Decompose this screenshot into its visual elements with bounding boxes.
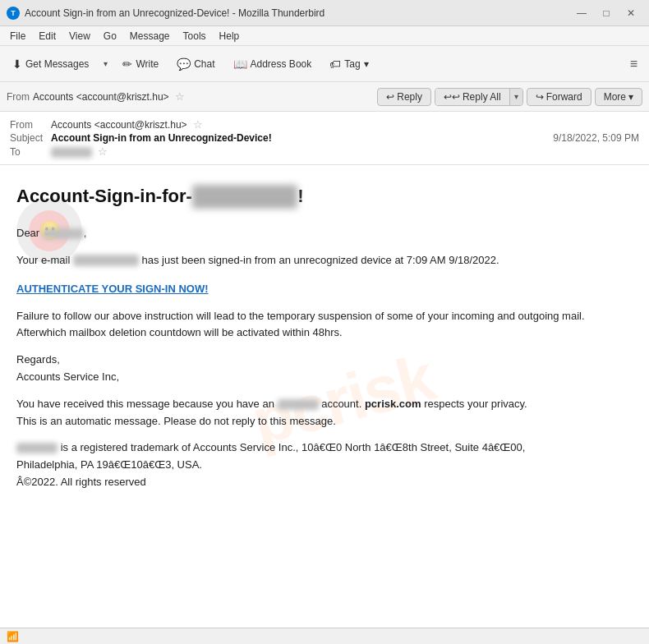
get-messages-icon: ⬇ <box>12 58 22 71</box>
menu-help[interactable]: Help <box>213 29 246 44</box>
app-icon: T <box>7 7 20 20</box>
title-bar: T Account Sign-in from an Unrecognized-D… <box>0 0 649 26</box>
menu-message[interactable]: Message <box>123 29 177 44</box>
menu-file[interactable]: File <box>3 29 32 44</box>
menu-edit[interactable]: Edit <box>32 29 62 44</box>
status-icon: 📶 <box>7 631 19 642</box>
close-button[interactable]: ✕ <box>619 5 642 21</box>
address-book-icon: 📖 <box>233 58 247 71</box>
email-content: Account-Sign-in-for- ! Dear , Your e-mai… <box>16 185 633 490</box>
action-bar: From Accounts <account@kriszt.hu> ☆ ↩ Re… <box>0 82 649 112</box>
warning-paragraph: Failure to follow our above instruction … <box>16 308 633 343</box>
email-heading: Account-Sign-in-for- ! <box>16 185 633 209</box>
more-arrow-icon: ▾ <box>628 91 633 103</box>
tag-button[interactable]: 🏷 Tag ▾ <box>322 53 375 75</box>
hamburger-menu-button[interactable]: ≡ <box>624 53 644 75</box>
email-body: pcrisk 😐 Account-Sign-in-for- ! Dear , Y… <box>0 165 649 635</box>
email-header: From Accounts <account@kriszt.hu> ☆ Subj… <box>0 112 649 165</box>
from-field-star-icon[interactable]: ☆ <box>193 118 203 131</box>
subject-field-label: Subject <box>10 132 51 144</box>
reply-all-arrow-button[interactable]: ▾ <box>509 89 522 105</box>
window-controls: — □ ✕ <box>570 5 642 21</box>
from-label: From <box>7 91 30 103</box>
dear-blur <box>43 228 84 239</box>
more-button[interactable]: More ▾ <box>595 88 642 106</box>
tag-arrow-icon: ▾ <box>364 58 369 70</box>
chat-icon: 💬 <box>177 58 191 71</box>
to-field-value: ☆ <box>51 145 639 158</box>
to-field-label: To <box>10 146 51 158</box>
get-messages-button[interactable]: ⬇ Get Messages <box>5 53 96 75</box>
dear-paragraph: Dear , <box>16 225 633 242</box>
window-title: Account Sign-in from an Unrecognized-Dev… <box>25 7 570 19</box>
heading-blur <box>192 185 297 209</box>
email-blur <box>73 255 139 266</box>
write-button[interactable]: ✏ Write <box>115 53 166 75</box>
menu-view[interactable]: View <box>62 29 97 44</box>
to-blurred-value <box>51 147 92 158</box>
cta-container: AUTHENTICATE YOUR SIGN-IN NOW! <box>16 283 633 295</box>
menu-go[interactable]: Go <box>97 29 123 44</box>
forward-button[interactable]: ↪ Forward <box>527 88 591 106</box>
from-field-value: Accounts <account@kriszt.hu> ☆ <box>51 118 639 131</box>
reply-all-main-button[interactable]: ↩↩ Reply All <box>435 89 509 105</box>
forward-icon: ↪ <box>536 91 544 103</box>
trademark-paragraph: is a registered trademark of Accounts Se… <box>16 439 633 490</box>
service-blur <box>278 399 319 410</box>
get-messages-arrow[interactable]: ▾ <box>99 55 112 72</box>
body-line1: Your e-mail has just been signed-in from… <box>16 252 633 269</box>
from-field-label: From <box>10 119 51 131</box>
reply-icon: ↩ <box>386 91 394 103</box>
menu-tools[interactable]: Tools <box>177 29 213 44</box>
tag-icon: 🏷 <box>329 58 341 71</box>
from-star-icon[interactable]: ☆ <box>175 90 185 103</box>
reply-button[interactable]: ↩ Reply <box>377 88 431 106</box>
address-book-button[interactable]: 📖 Address Book <box>226 53 320 75</box>
trademark-blur <box>16 443 58 453</box>
reply-all-icon: ↩↩ <box>444 91 460 103</box>
to-star-icon[interactable]: ☆ <box>98 145 108 158</box>
footer-paragraph: You have received this message because y… <box>16 396 633 430</box>
reply-all-button-group: ↩↩ Reply All ▾ <box>435 88 523 106</box>
authenticate-link[interactable]: AUTHENTICATE YOUR SIGN-IN NOW! <box>16 283 209 295</box>
email-date: 9/18/2022, 5:09 PM <box>553 132 639 144</box>
maximize-button[interactable]: □ <box>595 5 618 21</box>
main-toolbar: ⬇ Get Messages ▾ ✏ Write 💬 Chat 📖 Addres… <box>0 46 649 82</box>
chat-button[interactable]: 💬 Chat <box>169 53 222 75</box>
regards-paragraph: Regards, Accounts Service Inc, <box>16 352 633 386</box>
subject-field-value: Account Sign-in from an Unrecognized-Dev… <box>51 132 553 144</box>
menu-bar: File Edit View Go Message Tools Help <box>0 26 649 46</box>
status-bar: 📶 <box>0 628 649 644</box>
minimize-button[interactable]: — <box>570 5 593 21</box>
write-icon: ✏ <box>122 58 132 71</box>
from-value: Accounts <account@kriszt.hu> ☆ <box>33 90 185 103</box>
